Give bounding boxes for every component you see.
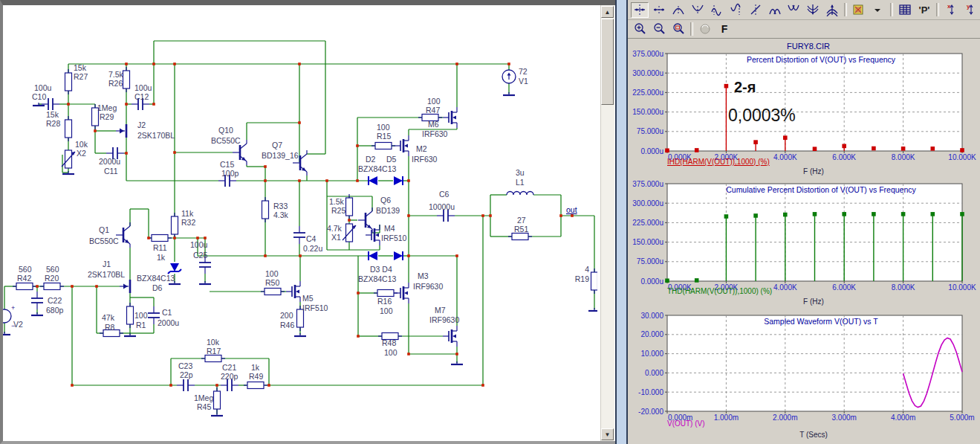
svg-text:100: 100 <box>384 348 397 357</box>
svg-text:R1: R1 <box>136 321 146 329</box>
scroll-down-icon[interactable]: ▼ <box>601 428 614 440</box>
schematic-window: +−15kR27100uC107.5kR26100uC121MegR2915kR… <box>0 0 615 444</box>
window-divider[interactable] <box>615 0 628 444</box>
svg-text:R32: R32 <box>181 218 195 227</box>
svg-text:R15: R15 <box>377 132 391 141</box>
svg-text:150.000u: 150.000u <box>632 238 663 246</box>
go-to-peak-icon[interactable] <box>669 2 687 18</box>
svg-text:Q6: Q6 <box>380 196 391 205</box>
svg-text:IRF510: IRF510 <box>381 234 407 242</box>
svg-text:0,0003%: 0,0003% <box>728 106 796 125</box>
svg-text:R51: R51 <box>514 225 528 234</box>
svg-text:R26: R26 <box>108 79 123 88</box>
svg-text:M2: M2 <box>416 144 427 153</box>
fourier-window-icon[interactable]: F <box>715 22 733 37</box>
svg-text:Q7: Q7 <box>272 141 282 149</box>
analysis-plot-window: 'P'xy F FURY8.CIR375.000u300.000u225.000… <box>628 0 980 444</box>
svg-text:L1: L1 <box>516 178 525 187</box>
svg-text:15k: 15k <box>46 110 59 119</box>
go-to-high-icon[interactable] <box>708 2 726 18</box>
svg-text:F (Hz): F (Hz) <box>803 167 824 176</box>
y-axis-scale-icon[interactable]: y <box>961 2 979 18</box>
scrollbar-thumb[interactable] <box>601 19 614 105</box>
svg-text:22p: 22p <box>180 370 193 379</box>
toolbar-separator <box>890 3 893 16</box>
svg-text:T (Secs): T (Secs) <box>799 431 828 439</box>
zoom-in-icon[interactable] <box>631 22 649 37</box>
svg-text:R33: R33 <box>273 202 288 210</box>
vertical-cursor-mode-icon[interactable] <box>650 2 668 18</box>
svg-text:Sampled Waveform V(OUT) vs T: Sampled Waveform V(OUT) vs T <box>764 317 878 326</box>
svg-text:R46: R46 <box>280 321 294 329</box>
svg-text:225.000u: 225.000u <box>632 219 663 227</box>
schematic-vertical-scrollbar[interactable]: ▲ ▼ <box>600 5 614 441</box>
svg-text:IRF630: IRF630 <box>412 155 438 164</box>
svg-text:V2: V2 <box>13 320 23 329</box>
svg-text:R8: R8 <box>105 323 115 332</box>
svg-text:THD(HARM(V(OUT)),1000) (%): THD(HARM(V(OUT)),1000) (%) <box>667 287 772 295</box>
svg-text:220p: 220p <box>221 372 238 381</box>
svg-text:200: 200 <box>280 311 293 320</box>
svg-text:out: out <box>566 205 577 214</box>
local-valleys-icon[interactable] <box>785 2 803 18</box>
svg-text:M4: M4 <box>384 224 395 233</box>
palette-dropdown-icon[interactable] <box>869 2 887 18</box>
zoom-window-icon[interactable] <box>669 22 687 37</box>
svg-text:R47: R47 <box>426 106 440 115</box>
plot-properties-icon[interactable]: 'P' <box>915 2 933 18</box>
svg-text:F (Hz): F (Hz) <box>803 297 824 306</box>
x-axis-scale-icon[interactable]: x <box>942 2 960 18</box>
go-to-inflection-icon[interactable] <box>747 2 765 18</box>
svg-text:0.000u: 0.000u <box>640 277 663 286</box>
svg-text:6.000K: 6.000K <box>832 283 856 292</box>
plots-canvas[interactable]: FURY8.CIR375.000u300.000u225.000u150.000… <box>628 39 980 444</box>
svg-text:560: 560 <box>46 265 59 274</box>
svg-text:V(OUT) (V): V(OUT) (V) <box>667 419 705 428</box>
svg-text:Percent Distortion of V(OUT) v: Percent Distortion of V(OUT) vs Frequenc… <box>747 55 896 64</box>
svg-text:BZX84C13: BZX84C13 <box>358 164 397 173</box>
svg-text:D2: D2 <box>366 155 376 164</box>
svg-text:X1: X1 <box>331 233 341 242</box>
svg-text:4.7k: 4.7k <box>327 224 343 233</box>
svg-text:4.000m: 4.000m <box>891 414 915 422</box>
global-low-icon[interactable] <box>804 2 822 18</box>
svg-text:y: y <box>967 3 970 10</box>
svg-text:47k: 47k <box>102 313 115 322</box>
svg-text:1k: 1k <box>251 363 260 372</box>
go-to-valley-icon[interactable] <box>689 2 707 18</box>
svg-text:R25: R25 <box>331 206 345 215</box>
svg-text:20.000: 20.000 <box>640 330 663 338</box>
svg-text:IRF510: IRF510 <box>302 303 328 312</box>
svg-text:R48: R48 <box>382 338 396 347</box>
svg-text:15k: 15k <box>74 63 87 72</box>
svg-text:2-я: 2-я <box>734 79 756 95</box>
svg-text:IHD(HARM(V(OUT)),1000) (%): IHD(HARM(V(OUT)),1000) (%) <box>667 158 770 166</box>
global-high-icon[interactable] <box>823 2 841 18</box>
pan-disabled-icon <box>696 22 714 37</box>
scroll-up-icon[interactable]: ▲ <box>601 6 614 18</box>
go-to-low-icon[interactable] <box>727 2 745 18</box>
toolbar-separator <box>936 3 939 16</box>
svg-text:R50: R50 <box>265 278 279 287</box>
horizontal-cursor-mode-icon[interactable] <box>631 2 649 18</box>
svg-text:11k: 11k <box>181 209 194 218</box>
svg-text:680p: 680p <box>46 306 64 315</box>
svg-text:10000u: 10000u <box>429 202 455 211</box>
schematic-canvas[interactable]: +−15kR27100uC107.5kR26100uC121MegR2915kR… <box>3 5 597 441</box>
color-palette-icon[interactable] <box>850 2 868 18</box>
svg-text:BZX84C13: BZX84C13 <box>358 274 397 283</box>
svg-text:Q10: Q10 <box>218 126 233 135</box>
svg-text:V1: V1 <box>519 77 528 86</box>
numeric-output-icon[interactable] <box>896 2 914 18</box>
svg-text:8.000K: 8.000K <box>892 283 915 292</box>
local-peaks-icon[interactable] <box>766 2 784 18</box>
zoom-out-icon[interactable] <box>650 22 668 37</box>
svg-text:1.000m: 1.000m <box>714 414 739 422</box>
svg-text:100u: 100u <box>190 240 208 249</box>
svg-text:225.000u: 225.000u <box>632 89 663 97</box>
svg-text:150.000u: 150.000u <box>632 108 663 116</box>
svg-text:IRF9630: IRF9630 <box>429 315 459 324</box>
svg-text:C23: C23 <box>178 361 192 370</box>
plot-file-title: FURY8.CIR <box>787 42 830 51</box>
svg-text:300.000u: 300.000u <box>632 199 663 207</box>
